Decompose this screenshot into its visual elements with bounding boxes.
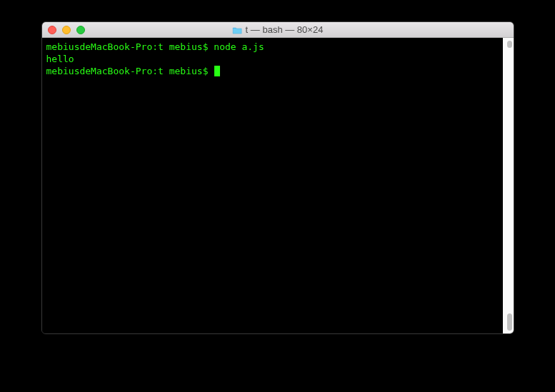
prompt-text: mebiusdeMacBook-Pro:t mebius$ xyxy=(46,41,214,52)
maximize-button[interactable] xyxy=(76,26,85,34)
cursor-block xyxy=(214,66,220,76)
close-button[interactable] xyxy=(48,26,56,34)
terminal-line: mebiusdeMacBook-Pro:t mebius$ xyxy=(46,65,509,77)
terminal-line: hello xyxy=(46,53,509,65)
scrollbar-track[interactable] xyxy=(503,38,514,333)
titlebar[interactable]: t — bash — 80×24 xyxy=(42,22,514,38)
minimize-button[interactable] xyxy=(62,26,71,34)
prompt-text: mebiusdeMacBook-Pro:t mebius$ xyxy=(46,66,214,76)
folder-icon xyxy=(232,26,242,34)
terminal-body[interactable]: mebiusdeMacBook-Pro:t mebius$ node a.js … xyxy=(42,38,514,333)
scrollbar-thumb[interactable] xyxy=(507,313,512,331)
command-text: node a.js xyxy=(214,41,264,52)
terminal-window: t — bash — 80×24 mebiusdeMacBook-Pro:t m… xyxy=(41,21,514,334)
traffic-lights xyxy=(48,26,85,34)
output-text: hello xyxy=(46,54,74,64)
terminal-line: mebiusdeMacBook-Pro:t mebius$ node a.js xyxy=(46,41,509,53)
window-title: t — bash — 80×24 xyxy=(246,24,324,35)
window-title-wrap: t — bash — 80×24 xyxy=(232,24,324,35)
scrollbar-thumb[interactable] xyxy=(507,41,512,48)
